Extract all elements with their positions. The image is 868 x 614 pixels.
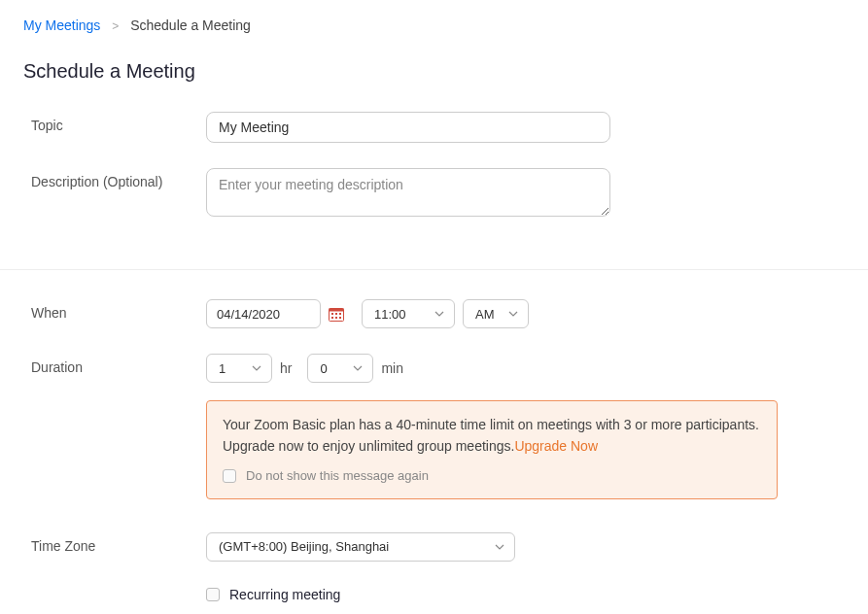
calendar-icon[interactable] xyxy=(329,307,344,322)
chevron-down-icon xyxy=(495,544,504,550)
svg-rect-3 xyxy=(335,313,337,315)
duration-hours-select[interactable]: 1 xyxy=(206,354,272,383)
chevron-down-icon xyxy=(434,311,444,317)
duration-minutes-select[interactable]: 0 xyxy=(307,354,373,383)
svg-rect-7 xyxy=(339,317,341,319)
svg-rect-1 xyxy=(330,308,344,311)
svg-rect-2 xyxy=(331,313,333,315)
topic-input[interactable] xyxy=(206,112,610,143)
duration-hours-value: 1 xyxy=(219,361,226,376)
breadcrumb-current: Schedule a Meeting xyxy=(130,17,251,33)
hr-label: hr xyxy=(280,360,292,376)
timezone-select[interactable]: (GMT+8:00) Beijing, Shanghai xyxy=(206,532,515,562)
date-input[interactable] xyxy=(206,299,321,328)
svg-rect-5 xyxy=(331,317,333,319)
topic-label: Topic xyxy=(31,112,206,133)
timezone-value: (GMT+8:00) Beijing, Shanghai xyxy=(219,539,389,554)
chevron-down-icon xyxy=(252,365,261,371)
breadcrumb-link-my-meetings[interactable]: My Meetings xyxy=(23,17,100,33)
svg-rect-6 xyxy=(335,317,337,319)
recurring-label: Recurring meeting xyxy=(229,587,340,602)
ampm-select[interactable]: AM xyxy=(463,299,529,328)
description-label: Description (Optional) xyxy=(31,168,206,189)
page-title: Schedule a Meeting xyxy=(0,45,868,112)
upgrade-now-link[interactable]: Upgrade Now xyxy=(514,438,598,454)
plan-limit-notice: Your Zoom Basic plan has a 40-minute tim… xyxy=(206,400,778,499)
recurring-checkbox[interactable] xyxy=(206,588,220,601)
dont-show-checkbox[interactable] xyxy=(223,469,236,483)
min-label: min xyxy=(381,360,403,376)
duration-minutes-value: 0 xyxy=(320,361,327,376)
duration-label: Duration xyxy=(31,354,206,375)
when-label: When xyxy=(31,299,206,321)
ampm-value: AM xyxy=(475,307,495,322)
breadcrumb-separator: > xyxy=(112,19,119,33)
time-value: 11:00 xyxy=(374,307,406,322)
svg-rect-4 xyxy=(339,313,341,315)
section-divider xyxy=(0,269,868,270)
timezone-label: Time Zone xyxy=(31,532,206,554)
time-select[interactable]: 11:00 xyxy=(362,299,455,328)
description-input[interactable] xyxy=(206,168,610,217)
breadcrumb: My Meetings > Schedule a Meeting xyxy=(0,0,868,45)
dont-show-label: Do not show this message again xyxy=(246,466,429,486)
chevron-down-icon xyxy=(508,311,518,317)
chevron-down-icon xyxy=(353,365,363,371)
notice-text: Your Zoom Basic plan has a 40-minute tim… xyxy=(223,417,759,454)
